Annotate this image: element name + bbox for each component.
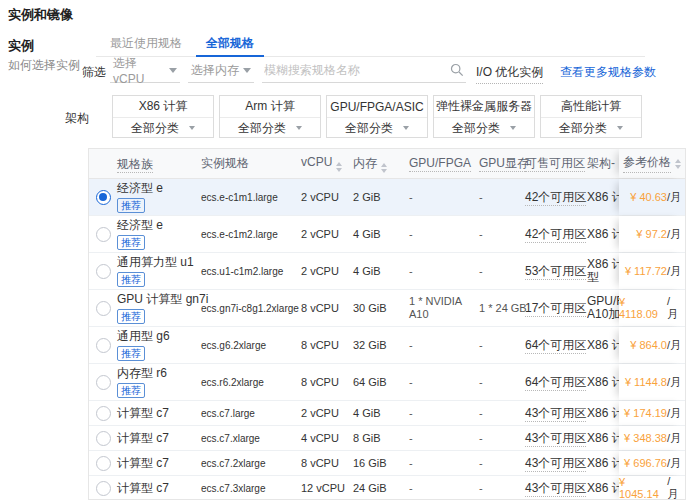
gpu-memory-cell: - xyxy=(479,457,525,469)
table-row[interactable]: 计算型 c7 ecs.c7.large 2 vCPU 4 GiB - - 43个… xyxy=(89,401,685,426)
vcpu-cell: 2 vCPU xyxy=(301,191,353,203)
zones-cell: 43个可用区 xyxy=(525,455,587,472)
memory-cell: 4 GiB xyxy=(353,265,409,277)
family-cell: 内存型 r6 推荐 xyxy=(117,366,201,398)
gpu-memory-cell: - xyxy=(479,228,525,240)
arch-subcategory-select[interactable]: 全部分类 xyxy=(434,118,534,138)
arch-subcategory-select[interactable]: 全部分类 xyxy=(220,118,320,138)
memory-cell: 2 GiB xyxy=(353,191,409,203)
price-unit: /月 xyxy=(667,264,681,279)
vcpu-cell: 2 vCPU xyxy=(301,407,353,419)
radio-button[interactable] xyxy=(96,481,111,496)
spec-search-input[interactable] xyxy=(262,59,446,81)
tab-all-specs[interactable]: 全部规格 xyxy=(196,33,264,57)
family-name: 经济型 e xyxy=(117,218,201,232)
more-spec-params-link[interactable]: 查看更多规格参数 xyxy=(560,64,656,81)
vcpu-select[interactable]: 选择 vCPU xyxy=(110,59,180,83)
radio-button[interactable] xyxy=(96,431,111,446)
family-cell: 经济型 e 推荐 xyxy=(117,181,201,213)
sort-icon[interactable] xyxy=(336,162,342,172)
price-cell: ¥ 174.19 /月 xyxy=(619,401,685,425)
how-to-choose-link[interactable]: 如何选择实例 xyxy=(8,57,80,74)
memory-cell: 64 GiB xyxy=(353,376,409,388)
table-row[interactable]: 内存型 r6 推荐 ecs.r6.2xlarge 8 vCPU 64 GiB -… xyxy=(89,364,685,401)
arch-cell: X86 计算 xyxy=(587,432,623,445)
gpu-memory-cell: - xyxy=(479,191,525,203)
arch-category-hpc[interactable]: 高性能计算 xyxy=(541,96,641,118)
table-row[interactable]: 通用型 g6 推荐 ecs.g6.2xlarge 8 vCPU 32 GiB -… xyxy=(89,327,685,364)
table-row[interactable]: GPU 计算型 gn7i 推荐 ecs.gn7i-c8g1.2xlarge 8 … xyxy=(89,290,685,327)
price-cell: ¥ 4118.09 /月 xyxy=(619,290,685,326)
spec-cell: ecs.e-c1m1.large xyxy=(201,192,301,203)
chevron-down-icon xyxy=(169,68,177,73)
gpu-memory-cell: - xyxy=(479,432,525,444)
search-icon[interactable] xyxy=(450,63,464,80)
table-row[interactable]: 经济型 e 推荐 ecs.e-c1m2.large 2 vCPU 4 GiB -… xyxy=(89,216,685,253)
gpu-memory-cell: - xyxy=(479,339,525,351)
sort-icon[interactable] xyxy=(381,163,387,173)
radio-button[interactable] xyxy=(96,375,111,390)
sort-icon[interactable] xyxy=(675,159,681,169)
header-gpu-memory: GPU显存 xyxy=(479,155,525,172)
arch-box-hpc: 高性能计算 全部分类 xyxy=(540,95,642,138)
all-category-label: 全部分类 xyxy=(559,120,607,137)
memory-select[interactable]: 选择内存 xyxy=(188,59,254,83)
radio-cell xyxy=(89,481,117,496)
gpu-cell: - xyxy=(409,265,479,278)
spec-cell: ecs.gn7i-c8g1.2xlarge xyxy=(201,303,301,314)
radio-button[interactable] xyxy=(96,190,111,205)
price-cell: ¥ 696.76 /月 xyxy=(619,451,685,475)
table-row[interactable]: 计算型 c7 ecs.c7.3xlarge 12 vCPU 24 GiB - -… xyxy=(89,476,685,500)
memory-select-placeholder: 选择内存 xyxy=(191,62,239,79)
radio-button[interactable] xyxy=(96,227,111,242)
arch-category-x86[interactable]: X86 计算 xyxy=(113,96,213,118)
radio-button[interactable] xyxy=(96,301,111,316)
arch-category-gpu-fpga-asic[interactable]: GPU/FPGA/ASIC xyxy=(327,96,427,118)
table-row[interactable]: 计算型 c7 ecs.c7.2xlarge 8 vCPU 16 GiB - - … xyxy=(89,451,685,476)
page-title: 实例和镜像 xyxy=(8,6,73,24)
price-cell: ¥ 97.2 /月 xyxy=(619,216,685,252)
table-row[interactable]: 计算型 c7 ecs.c7.xlarge 4 vCPU 8 GiB - - 43… xyxy=(89,426,685,451)
all-category-label: 全部分类 xyxy=(238,120,286,137)
vcpu-select-placeholder: 选择 vCPU xyxy=(113,55,169,86)
arch-category-bare-metal[interactable]: 弹性裸金属服务器 xyxy=(434,96,534,118)
arch-cell: X86 计算 xyxy=(587,376,623,389)
table-row[interactable]: 经济型 e 推荐 ecs.e-c1m1.large 2 vCPU 2 GiB -… xyxy=(89,179,685,216)
header-vcpu: vCPU xyxy=(301,155,353,172)
arch-box-bare-metal: 弹性裸金属服务器 全部分类 xyxy=(433,95,535,138)
spec-cell: ecs.g6.2xlarge xyxy=(201,340,301,351)
table-row[interactable]: 通用算力型 u1 推荐 ecs.u1-c1m2.large 2 vCPU 4 G… xyxy=(89,253,685,290)
chevron-down-icon xyxy=(403,126,409,130)
radio-cell xyxy=(89,375,117,390)
radio-button[interactable] xyxy=(96,338,111,353)
family-name: 经济型 e xyxy=(117,181,201,195)
zones-cell: 64个可用区 xyxy=(525,374,587,391)
family-cell: 经济型 e 推荐 xyxy=(117,218,201,250)
chevron-down-icon xyxy=(617,126,623,130)
zones-cell: 42个可用区 xyxy=(525,226,587,243)
zones-cell: 43个可用区 xyxy=(525,430,587,447)
family-cell: 通用型 g6 推荐 xyxy=(117,329,201,361)
price-unit: /月 xyxy=(667,475,681,500)
header-zones: 可售可用区 xyxy=(525,155,587,172)
family-cell: 计算型 c7 xyxy=(117,456,201,470)
arch-subcategory-select[interactable]: 全部分类 xyxy=(113,118,213,138)
radio-cell xyxy=(89,456,117,471)
tab-recent-specs[interactable]: 最近使用规格 xyxy=(96,33,196,56)
arch-subcategory-select[interactable]: 全部分类 xyxy=(327,118,427,138)
gpu-cell: - xyxy=(409,407,479,420)
price-value: ¥ 1045.14 xyxy=(619,476,667,500)
radio-button[interactable] xyxy=(96,406,111,421)
gpu-cell: - xyxy=(409,482,479,495)
family-cell: 通用算力型 u1 推荐 xyxy=(117,255,201,287)
family-cell: 计算型 c7 xyxy=(117,481,201,495)
radio-button[interactable] xyxy=(96,264,111,279)
family-name: 计算型 c7 xyxy=(117,456,201,470)
arch-subcategory-select[interactable]: 全部分类 xyxy=(541,118,641,138)
gpu-cell: - xyxy=(409,339,479,352)
radio-cell xyxy=(89,431,117,446)
header-price: 参考价格 xyxy=(619,149,685,178)
arch-category-arm[interactable]: Arm 计算 xyxy=(220,96,320,118)
io-optimized-label[interactable]: I/O 优化实例 xyxy=(476,64,543,84)
radio-button[interactable] xyxy=(96,456,111,471)
